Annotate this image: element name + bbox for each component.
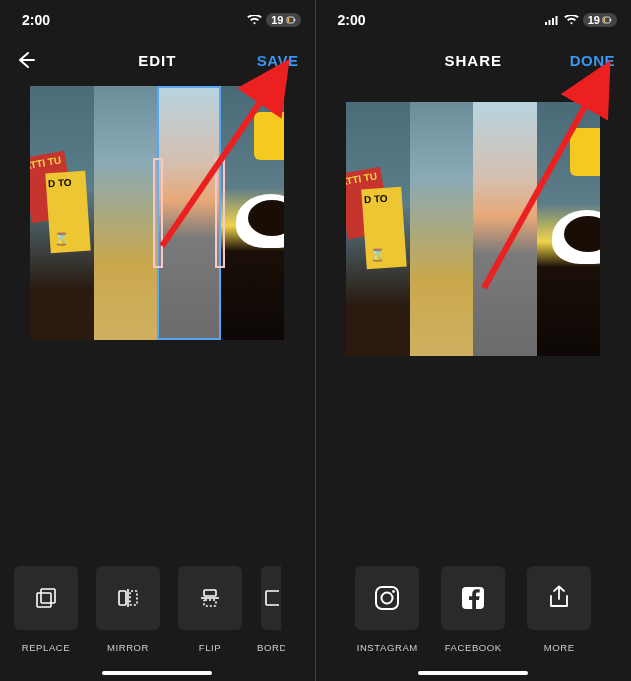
share-label: MORE <box>544 642 575 653</box>
back-button[interactable] <box>14 49 36 71</box>
tool-label: MIRROR <box>107 642 149 653</box>
seat-graphic <box>570 128 600 176</box>
collage-slice <box>537 102 601 356</box>
collage-slice: ATTI TU D TO ⌛ <box>30 86 94 340</box>
done-button[interactable]: DONE <box>570 52 615 69</box>
collage-slice <box>221 86 285 340</box>
home-indicator[interactable] <box>102 671 212 675</box>
tool-label: FLIP <box>199 642 221 653</box>
svg-rect-3 <box>41 589 55 603</box>
collage-preview: ATTI TU D TO ⌛ <box>346 102 600 356</box>
svg-rect-11 <box>266 591 279 605</box>
tool-label: BORDER <box>257 642 285 653</box>
share-preview-canvas: ATTI TU D TO ⌛ <box>316 102 632 382</box>
status-time: 2:00 <box>338 12 366 28</box>
svg-point-22 <box>392 590 395 593</box>
home-indicator[interactable] <box>418 671 528 675</box>
svg-rect-18 <box>610 19 611 21</box>
tool-label: REPLACE <box>22 642 71 653</box>
status-bar: 2:00 19 <box>0 0 315 40</box>
svg-rect-15 <box>552 18 554 25</box>
svg-rect-6 <box>130 591 137 605</box>
status-indicators: 19 <box>544 13 617 27</box>
svg-rect-20 <box>376 587 398 609</box>
share-instagram[interactable]: INSTAGRAM <box>351 566 423 653</box>
edit-canvas[interactable]: ATTI TU D TO ⌛ <box>0 86 315 366</box>
collage-slice <box>94 86 158 340</box>
svg-rect-16 <box>555 16 557 25</box>
share-tools-row: INSTAGRAM FACEBOOK MORE <box>316 566 632 681</box>
svg-rect-9 <box>204 600 216 606</box>
facebook-icon <box>458 583 488 613</box>
edit-tools-row: REPLACE MIRROR FLIP BOR <box>0 566 315 681</box>
tool-flip[interactable]: FLIP <box>174 566 246 653</box>
svg-rect-14 <box>548 20 550 25</box>
share-more[interactable]: MORE <box>523 566 595 653</box>
collage-preview: ATTI TU D TO ⌛ <box>30 86 284 340</box>
collage-slice <box>473 102 537 356</box>
svg-rect-2 <box>287 18 288 22</box>
instagram-icon <box>372 583 402 613</box>
tool-border[interactable]: BORDER <box>256 566 286 653</box>
share-facebook[interactable]: FACEBOOK <box>437 566 509 653</box>
cup-graphic <box>236 194 284 248</box>
tool-replace[interactable]: REPLACE <box>10 566 82 653</box>
share-more-icon <box>545 584 573 612</box>
header: SHARE DONE <box>316 40 632 80</box>
status-bar: 2:00 19 <box>316 0 632 40</box>
wifi-icon <box>247 15 262 26</box>
save-button[interactable]: SAVE <box>257 52 299 69</box>
status-indicators: 19 <box>247 13 300 27</box>
wifi-icon <box>564 15 579 26</box>
share-label: FACEBOOK <box>445 642 502 653</box>
status-time: 2:00 <box>22 12 50 28</box>
svg-point-21 <box>382 593 393 604</box>
page-title: SHARE <box>444 52 502 69</box>
phone-edit-screen: 2:00 19 EDIT SAVE ATTI TU D TO ⌛ <box>0 0 316 681</box>
svg-rect-19 <box>604 18 605 22</box>
collage-slice <box>157 86 221 340</box>
svg-rect-1 <box>294 19 295 21</box>
hourglass-graphic: ⌛ <box>54 232 69 246</box>
battery-indicator: 19 <box>583 13 617 27</box>
svg-rect-5 <box>119 591 126 605</box>
cellular-icon <box>544 15 560 25</box>
collage-slice <box>410 102 474 356</box>
hourglass-graphic: ⌛ <box>370 248 385 262</box>
border-icon <box>263 584 279 612</box>
page-title: EDIT <box>138 52 176 69</box>
svg-rect-4 <box>37 593 51 607</box>
seat-graphic <box>254 112 284 160</box>
share-label: INSTAGRAM <box>357 642 418 653</box>
cup-graphic <box>552 210 600 264</box>
svg-rect-13 <box>545 22 547 25</box>
flip-icon <box>196 584 224 612</box>
mirror-icon <box>114 584 142 612</box>
replace-icon <box>32 584 60 612</box>
svg-rect-8 <box>204 590 216 596</box>
phone-share-screen: 2:00 19 SHARE DONE ATTI TU D TO ⌛ <box>316 0 632 681</box>
tool-mirror[interactable]: MIRROR <box>92 566 164 653</box>
battery-indicator: 19 <box>266 13 300 27</box>
collage-slice: ATTI TU D TO ⌛ <box>346 102 410 356</box>
header: EDIT SAVE <box>0 40 315 80</box>
